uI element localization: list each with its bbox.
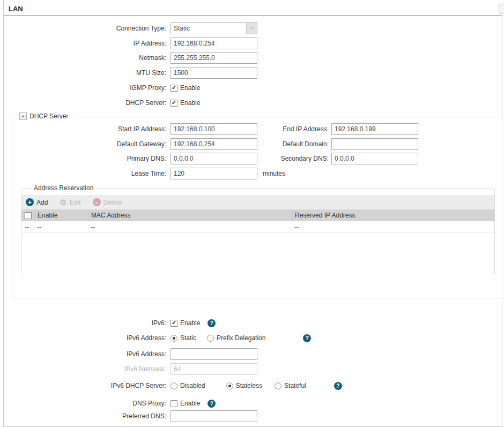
start-ip-input[interactable] — [171, 123, 257, 135]
ipv6-address-label: IPv6 Address: — [4, 350, 166, 358]
ipv6-dhcp-server-label: IPv6 DHCP Server: — [4, 382, 166, 389]
igmp-proxy-option-label: Enable — [180, 84, 200, 92]
row-ipv6-address: IPv6 Address: — [4, 348, 257, 360]
dns-proxy-help-icon[interactable]: ? — [207, 400, 216, 408]
plus-icon: + — [26, 198, 34, 206]
row-netmask: Netmask: — [4, 52, 257, 64]
radio-static-label: Static — [180, 334, 196, 342]
igmp-proxy-checkbox[interactable] — [171, 85, 177, 92]
edit-button[interactable]: ⚙ Edit — [60, 198, 80, 206]
default-domain-label: Default Domain: — [257, 140, 329, 148]
row-cell-enable: -- — [35, 223, 88, 231]
header-reserved-ip: Reserved IP Address — [292, 211, 494, 220]
help-button-cutoff[interactable] — [499, 4, 504, 13]
row-gateway-domain: Default Gateway: Default Domain: — [12, 138, 418, 150]
ipv6-enable-checkbox[interactable] — [171, 320, 177, 327]
mtu-size-input[interactable] — [171, 67, 257, 79]
address-reservation-legend-text: Address Reservation — [34, 184, 93, 192]
radio-prefix-delegation-label: Prefix Delegation — [217, 334, 265, 342]
mtu-size-label: MTU Size: — [4, 69, 166, 77]
primary-dns-label: Primary DNS: — [12, 155, 166, 162]
preferred-dns-label: Preferred DNS: — [4, 412, 166, 420]
secondary-dns-label: Secondary DNS: — [257, 155, 329, 162]
secondary-dns-input[interactable] — [331, 153, 418, 164]
dhcp-server-option-label: Enable — [180, 99, 200, 107]
default-domain-input[interactable] — [331, 138, 418, 150]
lease-time-label: Lease Time: — [12, 170, 166, 177]
radio-disabled[interactable] — [171, 382, 177, 389]
chevron-down-icon[interactable] — [246, 23, 257, 34]
dns-proxy-checkbox[interactable] — [171, 400, 177, 407]
header-mac-address: MAC Address — [88, 211, 292, 220]
connection-type-value: Static — [174, 25, 190, 32]
row-dns-proxy: DNS Proxy: Enable ? — [4, 397, 216, 409]
lease-time-input[interactable] — [171, 168, 257, 179]
radio-static[interactable] — [171, 335, 177, 342]
ipv6-address-mode-help-icon[interactable]: ? — [303, 334, 311, 342]
ipv6-help-icon[interactable]: ? — [207, 319, 216, 327]
row-ipv6-dhcp-server: IPv6 DHCP Server: Disabled Stateless Sta… — [4, 380, 342, 392]
dns-proxy-option-label: Enable — [180, 400, 200, 407]
netmask-input[interactable] — [171, 52, 257, 64]
end-ip-input[interactable] — [331, 123, 418, 135]
default-gateway-label: Default Gateway: — [12, 140, 166, 148]
ipv6-address-mode-label: IPv6 Address: — [4, 334, 166, 342]
connection-type-select[interactable]: Static — [171, 22, 257, 34]
address-reservation-legend: Address Reservation — [31, 184, 96, 192]
row-ipv6-enable: IPv6: Enable ? — [4, 317, 216, 329]
default-gateway-input[interactable] — [171, 138, 257, 150]
radio-stateful-label: Stateful — [284, 382, 306, 389]
row-dhcp-server-toggle: DHCP Server: Enable — [4, 97, 200, 109]
page-title: LAN — [9, 5, 23, 13]
ipv6-label: IPv6: — [4, 319, 166, 327]
dhcp-server-legend: DHCP Server — [17, 112, 71, 120]
row-cell-reserved-ip: -- — [292, 223, 494, 231]
ip-address-input[interactable] — [171, 37, 257, 49]
dhcp-server-label: DHCP Server: — [4, 99, 166, 107]
address-reservation-toolbar: + Add ⚙ Edit – Delete — [21, 195, 494, 209]
ipv6-enable-option-label: Enable — [180, 319, 200, 327]
collapse-arrow-icon[interactable] — [19, 112, 27, 120]
start-ip-label: Start IP Address: — [12, 125, 166, 133]
ipv6-netmask-label: IPv6 Netmask: — [4, 365, 166, 373]
dns-proxy-label: DNS Proxy: — [4, 400, 166, 407]
dhcp-server-fieldset: DHCP Server Start IP Address: End IP Add… — [12, 117, 502, 298]
address-reservation-fieldset: Address Reservation + Add ⚙ Edit – Delet… — [21, 189, 495, 274]
minus-icon: – — [93, 198, 101, 206]
table-row[interactable]: -- -- -- -- — [21, 221, 494, 233]
ipv6-address-input[interactable] — [171, 348, 257, 360]
row-start-end-ip: Start IP Address: End IP Address: — [12, 123, 418, 135]
radio-stateless-label: Stateless — [236, 382, 262, 389]
ipv6-netmask-input — [171, 363, 257, 375]
primary-dns-input[interactable] — [171, 153, 257, 164]
dhcp-server-legend-text: DHCP Server — [29, 112, 68, 120]
netmask-label: Netmask: — [4, 54, 166, 62]
row-ipv6-address-mode: IPv6 Address: Static Prefix Delegation ? — [4, 332, 311, 344]
radio-disabled-label: Disabled — [180, 382, 205, 389]
add-button-label: Add — [36, 199, 48, 206]
row-ipv6-netmask: IPv6 Netmask: — [4, 363, 257, 375]
row-mtu-size: MTU Size: — [4, 67, 257, 79]
connection-type-label: Connection Type: — [4, 25, 166, 32]
edit-button-label: Edit — [70, 199, 81, 206]
radio-stateful[interactable] — [275, 382, 281, 389]
row-dns: Primary DNS: Secondary DNS: — [12, 153, 418, 164]
end-ip-label: End IP Address: — [257, 125, 329, 133]
row-ip-address: IP Address: — [4, 37, 257, 49]
row-preferred-dns: Preferred DNS: — [4, 410, 257, 422]
add-button[interactable]: + Add — [26, 198, 48, 206]
radio-stateless[interactable] — [226, 382, 233, 389]
dhcp-server-checkbox[interactable] — [171, 100, 177, 107]
ip-address-label: IP Address: — [4, 40, 166, 47]
row-connection-type: Connection Type: Static — [4, 22, 257, 34]
radio-prefix-delegation[interactable] — [207, 335, 214, 342]
row-cell-select: -- — [21, 223, 35, 231]
select-all-checkbox[interactable] — [25, 212, 32, 219]
ipv6-dhcp-server-help-icon[interactable]: ? — [334, 382, 342, 390]
delete-button[interactable]: – Delete — [93, 198, 122, 206]
reservation-table-header: Enable MAC Address Reserved IP Address — [21, 209, 494, 221]
preferred-dns-input[interactable] — [171, 410, 257, 422]
igmp-proxy-label: IGMP Proxy: — [4, 84, 166, 92]
lease-time-suffix: minutes — [263, 170, 285, 177]
row-lease-time: Lease Time: minutes — [12, 168, 285, 179]
